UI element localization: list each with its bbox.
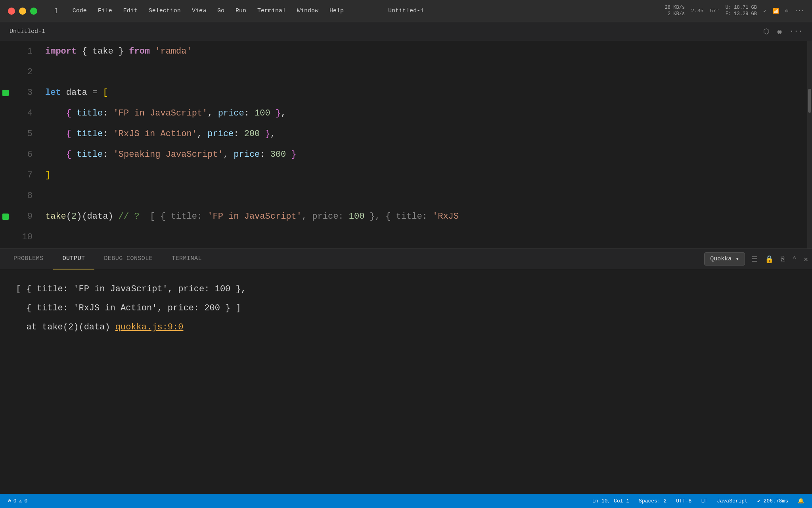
menu-view[interactable]: View (186, 5, 212, 17)
checkmark-icon: ✓ (763, 8, 766, 14)
menu-terminal[interactable]: Terminal (252, 5, 291, 17)
gutter-9 (2, 206, 10, 227)
menu-selection[interactable]: Selection (143, 5, 186, 17)
lock-icon[interactable]: 🔒 (765, 255, 774, 264)
close-button[interactable] (8, 8, 15, 15)
code-editor[interactable]: 1 2 3 4 5 6 7 8 9 10 import { take } fro… (0, 41, 812, 248)
editor-wrapper: Untitled-1 ⬡ ◉ ··· (0, 22, 812, 248)
menu-file[interactable]: File (92, 5, 118, 17)
cpu-usage: 2.35 (691, 8, 703, 14)
window-title: Untitled-1 (388, 8, 424, 14)
gutter-10 (2, 227, 10, 248)
output-line-3: at take(2)(data) quokka.js:9:0 (16, 318, 796, 337)
menubar:  Code File Edit Selection View Go Run T… (49, 5, 349, 17)
code-line-8 (39, 186, 807, 206)
more-dots: ··· (795, 8, 804, 14)
editor-scrollbar[interactable] (807, 41, 812, 248)
menu-help[interactable]: Help (324, 5, 349, 17)
code-line-1: import { take } from 'ramda' (39, 41, 807, 62)
minimize-button[interactable] (19, 8, 26, 15)
breakpoint-dot-9 (2, 214, 9, 220)
code-line-9: take(2)(data) // ? [ { title: 'FP in Jav… (39, 206, 807, 227)
editor-header-actions: ⬡ ◉ ··· (763, 27, 802, 36)
storage-status: U: 18.71 GB F: 13.29 GB (726, 5, 757, 17)
gutter-5 (2, 124, 10, 144)
line-num-2: 2 (11, 62, 33, 83)
split-editor-icon[interactable]: ⬡ (763, 27, 770, 36)
line-num-4: 4 (11, 103, 33, 124)
code-line-7: ] (39, 165, 807, 186)
menu-edit[interactable]: Edit (118, 5, 143, 17)
line-numbers: 1 2 3 4 5 6 7 8 9 10 (11, 41, 39, 248)
line-num-3: 3 (11, 83, 33, 103)
language-mode[interactable]: JavaScript (717, 498, 748, 504)
warning-num: 0 (24, 498, 27, 504)
encoding[interactable]: UTF-8 (676, 498, 691, 504)
line-num-10: 10 (11, 227, 33, 248)
copy-icon[interactable]: ⎘ (781, 255, 785, 263)
code-line-5: { title: 'RxJS in Action', price: 200 }, (39, 124, 807, 144)
menu-window[interactable]: Window (291, 5, 324, 17)
statusbar-right: Ln 10, Col 1 Spaces: 2 UTF-8 LF JavaScri… (592, 498, 804, 504)
menu-run[interactable]: Run (230, 5, 252, 17)
code-line-2 (39, 62, 807, 83)
scrollbar-thumb[interactable] (808, 89, 811, 113)
storage-free: F: 13.29 GB (726, 11, 757, 17)
line-num-5: 5 (11, 124, 33, 144)
editor-tab[interactable]: Untitled-1 (10, 28, 763, 35)
statusbar-left: ⊗ 0 ⚠ 0 (8, 498, 27, 504)
breakpoint-dot-3 (2, 90, 9, 96)
gutter-1 (2, 41, 10, 62)
line-num-7: 7 (11, 165, 33, 186)
panel-source-dropdown[interactable]: Quokka ▾ (704, 252, 745, 266)
menu-code[interactable]: Code (67, 5, 92, 17)
quokka-link[interactable]: quokka.js:9:0 (115, 318, 184, 337)
gutter-4 (2, 103, 10, 124)
line-ending[interactable]: LF (701, 498, 707, 504)
panel-action-buttons: ☰ 🔒 ⎘ ⌃ ✕ (751, 255, 808, 264)
gutter-8 (2, 186, 10, 206)
panel-tabs: PROBLEMS OUTPUT DEBUG CONSOLE TERMINAL Q… (0, 249, 812, 269)
chevron-up-icon[interactable]: ⌃ (792, 255, 797, 264)
more-actions-icon[interactable]: ··· (790, 27, 802, 35)
code-line-4: { title: 'FP in JavaScript', price: 100 … (39, 103, 807, 124)
tab-problems[interactable]: PROBLEMS (4, 249, 53, 269)
notifications-icon[interactable]: 🔔 (798, 498, 804, 504)
network-up: 28 KB/s (665, 5, 685, 11)
panel-wrapper: PROBLEMS OUTPUT DEBUG CONSOLE TERMINAL Q… (0, 248, 812, 508)
close-panel-icon[interactable]: ✕ (804, 255, 808, 264)
line-num-8: 8 (11, 186, 33, 206)
clear-output-icon[interactable]: ☰ (751, 255, 758, 264)
output-at-text: at take(2)(data) (16, 318, 115, 337)
indentation[interactable]: Spaces: 2 (639, 498, 666, 504)
titlebar-right: 28 KB/s 2 KB/s 2.35 57° U: 18.71 GB F: 1… (665, 5, 804, 17)
gutter-6 (2, 144, 10, 165)
line-num-1: 1 (11, 41, 33, 62)
cursor-position[interactable]: Ln 10, Col 1 (592, 498, 629, 504)
gutter-2 (2, 62, 10, 83)
statusbar: ⊗ 0 ⚠ 0 Ln 10, Col 1 Spaces: 2 UTF-8 LF … (0, 494, 812, 508)
gutter-3 (2, 83, 10, 103)
traffic-lights (8, 8, 37, 15)
line-num-9: 9 (11, 206, 33, 227)
code-line-6: { title: 'Speaking JavaScript', price: 3… (39, 144, 807, 165)
error-icon: ⊗ (8, 498, 11, 504)
control-center-icon: ⊕ (785, 8, 789, 14)
warning-icon: ⚠ (19, 498, 22, 504)
code-line-10 (39, 227, 807, 248)
code-content[interactable]: import { take } from 'ramda' let data = … (39, 41, 807, 248)
apple-menu[interactable]:  (49, 5, 65, 17)
output-line-1: [ { title: 'FP in JavaScript', price: 10… (16, 280, 796, 299)
breadcrumb-toggle-icon[interactable]: ◉ (778, 27, 782, 36)
menu-go[interactable]: Go (212, 5, 230, 17)
output-area: [ { title: 'FP in JavaScript', price: 10… (0, 269, 812, 347)
temperature: 57° (710, 8, 719, 14)
error-count[interactable]: ⊗ 0 ⚠ 0 (8, 498, 27, 504)
maximize-button[interactable] (30, 8, 37, 15)
code-line-3: let data = [ (39, 83, 807, 103)
error-num: 0 (13, 498, 17, 504)
tab-debug-console[interactable]: DEBUG CONSOLE (94, 249, 162, 269)
tab-output[interactable]: OUTPUT (53, 249, 95, 269)
app-container:  Code File Edit Selection View Go Run T… (0, 0, 812, 508)
tab-terminal[interactable]: TERMINAL (162, 249, 211, 269)
